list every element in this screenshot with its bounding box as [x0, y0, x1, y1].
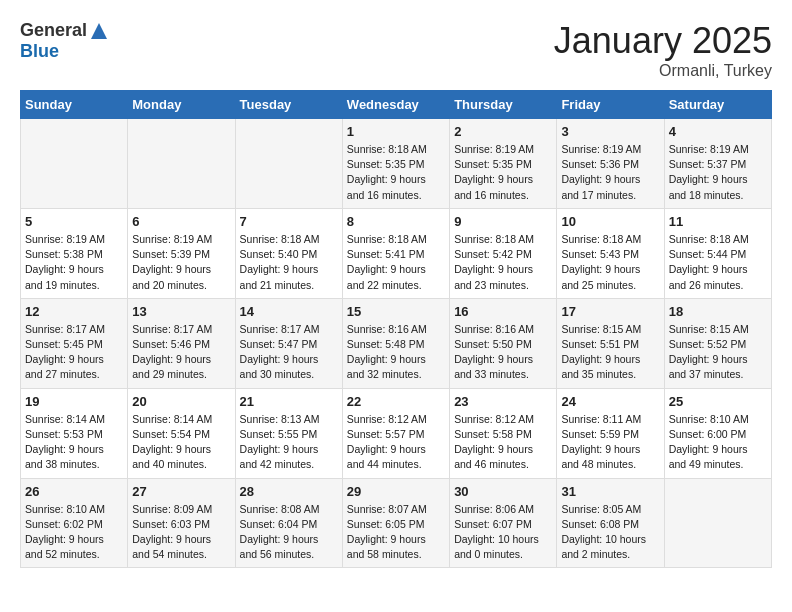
weekday-header-row: SundayMondayTuesdayWednesdayThursdayFrid…: [21, 91, 772, 119]
calendar-cell: 25Sunrise: 8:10 AMSunset: 6:00 PMDayligh…: [664, 388, 771, 478]
calendar-cell: 9Sunrise: 8:18 AMSunset: 5:42 PMDaylight…: [450, 208, 557, 298]
calendar-cell: 5Sunrise: 8:19 AMSunset: 5:38 PMDaylight…: [21, 208, 128, 298]
calendar-cell: 24Sunrise: 8:11 AMSunset: 5:59 PMDayligh…: [557, 388, 664, 478]
weekday-header-monday: Monday: [128, 91, 235, 119]
cell-info: Sunrise: 8:12 AMSunset: 5:57 PMDaylight:…: [347, 412, 445, 473]
calendar-cell: 6Sunrise: 8:19 AMSunset: 5:39 PMDaylight…: [128, 208, 235, 298]
calendar-cell: [128, 119, 235, 209]
logo-general-text: General: [20, 20, 87, 41]
calendar-cell: 27Sunrise: 8:09 AMSunset: 6:03 PMDayligh…: [128, 478, 235, 568]
cell-info: Sunrise: 8:05 AMSunset: 6:08 PMDaylight:…: [561, 502, 659, 563]
day-number: 3: [561, 124, 659, 139]
calendar-cell: 15Sunrise: 8:16 AMSunset: 5:48 PMDayligh…: [342, 298, 449, 388]
calendar-cell: 29Sunrise: 8:07 AMSunset: 6:05 PMDayligh…: [342, 478, 449, 568]
calendar-cell: 1Sunrise: 8:18 AMSunset: 5:35 PMDaylight…: [342, 119, 449, 209]
cell-info: Sunrise: 8:15 AMSunset: 5:52 PMDaylight:…: [669, 322, 767, 383]
day-number: 6: [132, 214, 230, 229]
day-number: 5: [25, 214, 123, 229]
week-row-4: 19Sunrise: 8:14 AMSunset: 5:53 PMDayligh…: [21, 388, 772, 478]
weekday-header-thursday: Thursday: [450, 91, 557, 119]
day-number: 26: [25, 484, 123, 499]
day-number: 29: [347, 484, 445, 499]
page-header: General Blue January 2025 Ormanli, Turke…: [20, 20, 772, 80]
day-number: 13: [132, 304, 230, 319]
cell-info: Sunrise: 8:16 AMSunset: 5:50 PMDaylight:…: [454, 322, 552, 383]
day-number: 11: [669, 214, 767, 229]
day-number: 17: [561, 304, 659, 319]
cell-info: Sunrise: 8:17 AMSunset: 5:45 PMDaylight:…: [25, 322, 123, 383]
title-block: January 2025 Ormanli, Turkey: [554, 20, 772, 80]
calendar-cell: 19Sunrise: 8:14 AMSunset: 5:53 PMDayligh…: [21, 388, 128, 478]
calendar-cell: 28Sunrise: 8:08 AMSunset: 6:04 PMDayligh…: [235, 478, 342, 568]
calendar-cell: 23Sunrise: 8:12 AMSunset: 5:58 PMDayligh…: [450, 388, 557, 478]
cell-info: Sunrise: 8:13 AMSunset: 5:55 PMDaylight:…: [240, 412, 338, 473]
cell-info: Sunrise: 8:15 AMSunset: 5:51 PMDaylight:…: [561, 322, 659, 383]
day-number: 30: [454, 484, 552, 499]
calendar-cell: 21Sunrise: 8:13 AMSunset: 5:55 PMDayligh…: [235, 388, 342, 478]
day-number: 18: [669, 304, 767, 319]
day-number: 31: [561, 484, 659, 499]
calendar-cell: [664, 478, 771, 568]
day-number: 28: [240, 484, 338, 499]
calendar-cell: 16Sunrise: 8:16 AMSunset: 5:50 PMDayligh…: [450, 298, 557, 388]
cell-info: Sunrise: 8:09 AMSunset: 6:03 PMDaylight:…: [132, 502, 230, 563]
day-number: 19: [25, 394, 123, 409]
calendar-cell: 14Sunrise: 8:17 AMSunset: 5:47 PMDayligh…: [235, 298, 342, 388]
logo-blue-text: Blue: [20, 41, 59, 62]
logo: General Blue: [20, 20, 109, 62]
day-number: 23: [454, 394, 552, 409]
calendar-cell: 18Sunrise: 8:15 AMSunset: 5:52 PMDayligh…: [664, 298, 771, 388]
day-number: 25: [669, 394, 767, 409]
week-row-5: 26Sunrise: 8:10 AMSunset: 6:02 PMDayligh…: [21, 478, 772, 568]
cell-info: Sunrise: 8:17 AMSunset: 5:47 PMDaylight:…: [240, 322, 338, 383]
weekday-header-sunday: Sunday: [21, 91, 128, 119]
svg-marker-0: [91, 23, 107, 39]
logo-icon: [89, 21, 109, 41]
cell-info: Sunrise: 8:10 AMSunset: 6:02 PMDaylight:…: [25, 502, 123, 563]
weekday-header-tuesday: Tuesday: [235, 91, 342, 119]
cell-info: Sunrise: 8:18 AMSunset: 5:35 PMDaylight:…: [347, 142, 445, 203]
day-number: 16: [454, 304, 552, 319]
calendar-table: SundayMondayTuesdayWednesdayThursdayFrid…: [20, 90, 772, 568]
day-number: 2: [454, 124, 552, 139]
day-number: 9: [454, 214, 552, 229]
calendar-cell: 13Sunrise: 8:17 AMSunset: 5:46 PMDayligh…: [128, 298, 235, 388]
day-number: 21: [240, 394, 338, 409]
cell-info: Sunrise: 8:11 AMSunset: 5:59 PMDaylight:…: [561, 412, 659, 473]
day-number: 12: [25, 304, 123, 319]
day-number: 8: [347, 214, 445, 229]
calendar-cell: 11Sunrise: 8:18 AMSunset: 5:44 PMDayligh…: [664, 208, 771, 298]
calendar-cell: 10Sunrise: 8:18 AMSunset: 5:43 PMDayligh…: [557, 208, 664, 298]
calendar-cell: 17Sunrise: 8:15 AMSunset: 5:51 PMDayligh…: [557, 298, 664, 388]
cell-info: Sunrise: 8:06 AMSunset: 6:07 PMDaylight:…: [454, 502, 552, 563]
cell-info: Sunrise: 8:19 AMSunset: 5:38 PMDaylight:…: [25, 232, 123, 293]
cell-info: Sunrise: 8:18 AMSunset: 5:44 PMDaylight:…: [669, 232, 767, 293]
week-row-3: 12Sunrise: 8:17 AMSunset: 5:45 PMDayligh…: [21, 298, 772, 388]
day-number: 15: [347, 304, 445, 319]
calendar-cell: 7Sunrise: 8:18 AMSunset: 5:40 PMDaylight…: [235, 208, 342, 298]
calendar-cell: 22Sunrise: 8:12 AMSunset: 5:57 PMDayligh…: [342, 388, 449, 478]
cell-info: Sunrise: 8:14 AMSunset: 5:54 PMDaylight:…: [132, 412, 230, 473]
cell-info: Sunrise: 8:16 AMSunset: 5:48 PMDaylight:…: [347, 322, 445, 383]
day-number: 4: [669, 124, 767, 139]
cell-info: Sunrise: 8:12 AMSunset: 5:58 PMDaylight:…: [454, 412, 552, 473]
cell-info: Sunrise: 8:18 AMSunset: 5:43 PMDaylight:…: [561, 232, 659, 293]
calendar-cell: 3Sunrise: 8:19 AMSunset: 5:36 PMDaylight…: [557, 119, 664, 209]
day-number: 14: [240, 304, 338, 319]
cell-info: Sunrise: 8:07 AMSunset: 6:05 PMDaylight:…: [347, 502, 445, 563]
calendar-cell: 26Sunrise: 8:10 AMSunset: 6:02 PMDayligh…: [21, 478, 128, 568]
calendar-cell: 2Sunrise: 8:19 AMSunset: 5:35 PMDaylight…: [450, 119, 557, 209]
week-row-2: 5Sunrise: 8:19 AMSunset: 5:38 PMDaylight…: [21, 208, 772, 298]
weekday-header-saturday: Saturday: [664, 91, 771, 119]
weekday-header-friday: Friday: [557, 91, 664, 119]
calendar-cell: 8Sunrise: 8:18 AMSunset: 5:41 PMDaylight…: [342, 208, 449, 298]
cell-info: Sunrise: 8:18 AMSunset: 5:40 PMDaylight:…: [240, 232, 338, 293]
cell-info: Sunrise: 8:18 AMSunset: 5:42 PMDaylight:…: [454, 232, 552, 293]
day-number: 24: [561, 394, 659, 409]
day-number: 1: [347, 124, 445, 139]
week-row-1: 1Sunrise: 8:18 AMSunset: 5:35 PMDaylight…: [21, 119, 772, 209]
cell-info: Sunrise: 8:19 AMSunset: 5:39 PMDaylight:…: [132, 232, 230, 293]
cell-info: Sunrise: 8:19 AMSunset: 5:35 PMDaylight:…: [454, 142, 552, 203]
day-number: 27: [132, 484, 230, 499]
calendar-cell: [235, 119, 342, 209]
